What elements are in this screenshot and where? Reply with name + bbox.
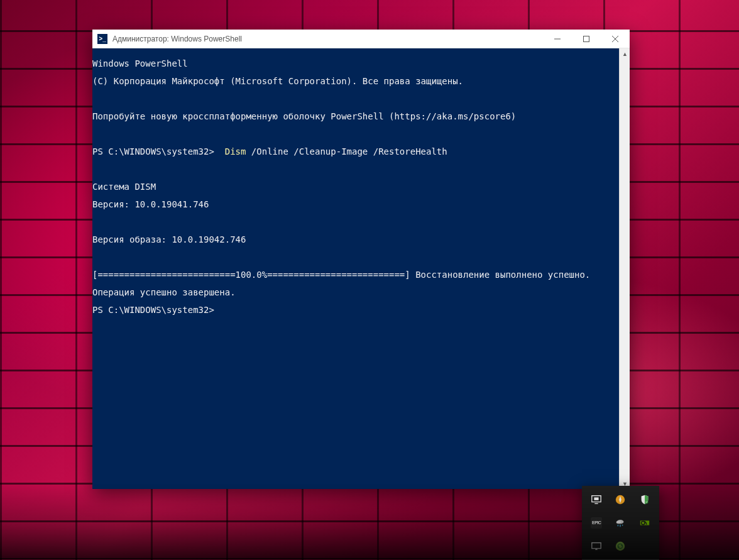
nvidia-icon[interactable] bbox=[634, 513, 655, 534]
terminal-line: Версия образа: 10.0.19042.746 bbox=[92, 235, 619, 244]
command-args: /Online /Cleanup-Image /RestoreHealth bbox=[246, 146, 447, 156]
shield-icon[interactable] bbox=[634, 490, 655, 510]
svg-point-9 bbox=[617, 520, 624, 524]
terminal-output[interactable]: Windows PowerShell (C) Корпорация Майкро… bbox=[92, 48, 619, 489]
scroll-thumb[interactable] bbox=[621, 59, 629, 97]
desktop-background: >_ Администратор: Windows PowerShell Win… bbox=[0, 0, 739, 560]
vertical-scrollbar[interactable]: ▲ ▼ bbox=[619, 48, 630, 489]
maximize-button[interactable] bbox=[572, 30, 601, 48]
terminal-line: Версия: 10.0.19041.746 bbox=[92, 200, 619, 209]
terminal-line: Windows PowerShell bbox=[92, 59, 619, 68]
terminal-line bbox=[92, 217, 619, 226]
svg-rect-5 bbox=[594, 498, 599, 501]
terminal-line: Попробуйте новую кроссплатформенную обол… bbox=[92, 112, 619, 121]
terminal-line bbox=[92, 94, 619, 103]
display-icon[interactable] bbox=[586, 535, 607, 556]
system-tray-overflow[interactable]: EPIC bbox=[582, 486, 659, 560]
epic-icon[interactable]: EPIC bbox=[586, 513, 607, 534]
terminal-command-line: PS C:\WINDOWS\system32> Dism /Online /Cl… bbox=[92, 147, 619, 156]
scroll-down-arrow-icon[interactable]: ▼ bbox=[620, 478, 630, 489]
svg-rect-14 bbox=[640, 520, 649, 525]
scroll-up-arrow-icon[interactable]: ▲ bbox=[620, 48, 630, 59]
terminal-line: Операция успешно завершена. bbox=[92, 288, 619, 297]
terminal-line bbox=[92, 253, 619, 261]
svg-rect-1 bbox=[584, 36, 589, 41]
minimize-button[interactable] bbox=[543, 30, 572, 48]
svg-point-15 bbox=[641, 521, 644, 524]
powershell-window: >_ Администратор: Windows PowerShell Win… bbox=[92, 30, 630, 489]
terminal-prompt: PS C:\WINDOWS\system32> bbox=[92, 305, 619, 314]
terminal-line: Cистема DISM bbox=[92, 182, 619, 191]
window-title: Администратор: Windows PowerShell bbox=[112, 35, 543, 43]
svg-rect-4 bbox=[592, 496, 601, 502]
svg-point-8 bbox=[645, 500, 648, 503]
svg-point-19 bbox=[616, 541, 625, 550]
terminal-area[interactable]: Windows PowerShell (C) Корпорация Майкро… bbox=[92, 48, 630, 489]
monitor-icon[interactable] bbox=[586, 490, 607, 510]
close-button[interactable] bbox=[601, 30, 630, 48]
terminal-line bbox=[92, 165, 619, 173]
compass-icon[interactable] bbox=[610, 490, 631, 510]
svg-point-7 bbox=[616, 495, 625, 504]
svg-rect-16 bbox=[592, 542, 601, 548]
blank-icon bbox=[634, 535, 655, 556]
terminal-line: [==========================100.0%=======… bbox=[92, 270, 619, 279]
powershell-icon: >_ bbox=[97, 34, 107, 44]
sync-icon[interactable] bbox=[610, 535, 631, 556]
weather-icon[interactable] bbox=[610, 513, 631, 534]
terminal-line bbox=[92, 129, 619, 138]
terminal-line: (C) Корпорация Майкрософт (Microsoft Cor… bbox=[92, 77, 619, 85]
window-titlebar[interactable]: >_ Администратор: Windows PowerShell bbox=[92, 30, 630, 48]
prompt-text: PS C:\WINDOWS\system32> bbox=[92, 146, 225, 156]
svg-point-10 bbox=[616, 521, 621, 524]
command-name: Dism bbox=[225, 146, 246, 156]
